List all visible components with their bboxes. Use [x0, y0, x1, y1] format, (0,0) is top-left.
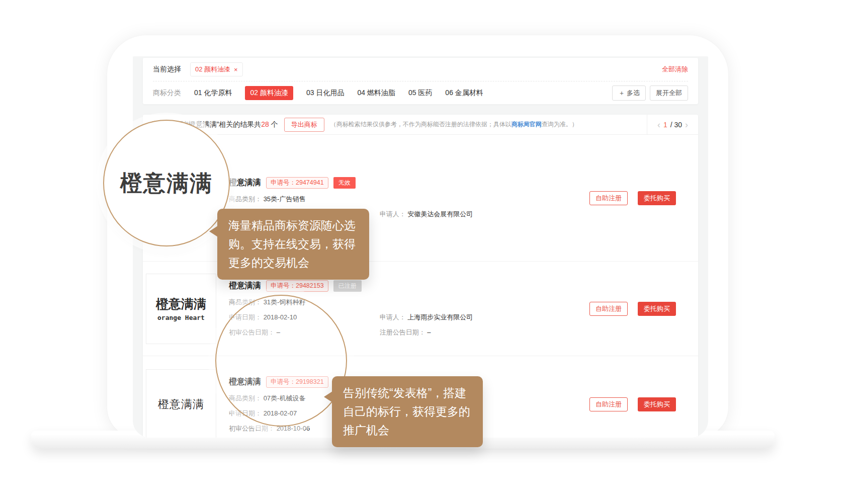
category-row: 商标分类 01 化学原料 02 颜料油漆 03 日化用品 04 燃料油脂 05 … — [143, 81, 698, 104]
clear-all-link[interactable]: 全部清除 — [662, 65, 688, 74]
results-header-left: 为您检索到“橙意满满”相关的结果共28 个 导出商标 （商标检索结果仅供参考，不… — [143, 115, 647, 134]
next-page-icon[interactable]: › — [685, 120, 688, 129]
disclaimer-pre: （商标检索结果仅供参考，不作为商标能否注册的法律依据；具体以 — [330, 121, 511, 128]
category-value: 35类-广告销售 — [264, 195, 306, 203]
self-register-button[interactable]: 自助注册 — [589, 191, 628, 205]
total-pages: / 30 — [670, 121, 682, 129]
selected-filter-tag[interactable]: 02 颜料油漆 × — [190, 62, 243, 76]
category-tools: ＋ 多选 展开全部 — [612, 86, 688, 101]
row-actions-3: 自助注册 委托购买 — [589, 397, 676, 411]
trademark-name[interactable]: 橙意满满 — [229, 178, 261, 188]
magnified-trademark-text: 橙意满满 — [120, 169, 213, 198]
category-03[interactable]: 03 日化用品 — [306, 89, 344, 98]
applicant-value: 安徽美达会展有限公司 — [407, 210, 473, 218]
row-actions-1: 自助注册 委托购买 — [589, 191, 676, 205]
trademark-image-3[interactable]: 橙意满满 — [146, 369, 216, 438]
trademark-image-2[interactable]: 橙意满满 orange Heart — [146, 274, 216, 344]
self-register-button[interactable]: 自助注册 — [589, 302, 628, 316]
category-06[interactable]: 06 金属材料 — [445, 89, 483, 98]
category-02-selected[interactable]: 02 颜料油漆 — [245, 86, 293, 100]
category-row-label: 商标分类 — [153, 89, 181, 98]
pagination: ‹ 1 / 30 › — [647, 115, 698, 134]
application-number-tag: 申请号：29482153 — [266, 280, 328, 292]
entrust-buy-button[interactable]: 委托购买 — [638, 302, 676, 316]
trademark-image-text: 橙意满满 — [156, 296, 206, 312]
callout-bubble-promotion: 告别传统“发表格”，搭建 自己的标行，获得更多的 推广机会 — [332, 376, 483, 447]
magnifier-circle-2 — [215, 295, 347, 427]
category-01[interactable]: 01 化学原料 — [194, 89, 232, 98]
category-04[interactable]: 04 燃料油脂 — [357, 89, 395, 98]
application-number-tag: 申请号：29474941 — [266, 177, 328, 189]
current-selection-row: 当前选择 02 颜料油漆 × 全部清除 — [143, 58, 698, 81]
trademark-image-subtext: orange Heart — [157, 314, 205, 321]
export-trademarks-button[interactable]: 导出商标 — [284, 118, 324, 132]
row-actions-2: 自助注册 委托购买 — [589, 302, 676, 316]
status-badge-invalid: 无效 — [333, 177, 356, 189]
category-label: 商品类别： — [229, 195, 262, 203]
expand-all-button[interactable]: 展开全部 — [650, 86, 688, 101]
callout-bubble-marketplace: 海量精品商标资源随心选 购。支持在线交易，获得 更多的交易机会 — [217, 209, 369, 280]
multi-select-button[interactable]: ＋ 多选 — [612, 86, 646, 101]
disclaimer-post: 查询为准。） — [542, 121, 578, 128]
results-count-suffix: 个 — [269, 120, 278, 128]
results-header: 为您检索到“橙意满满”相关的结果共28 个 导出商标 （商标检索结果仅供参考，不… — [143, 115, 698, 135]
registration-publication-value: – — [427, 328, 431, 336]
trademark-image-text: 橙意满满 — [158, 397, 204, 412]
trademark-office-link[interactable]: 商标局官网 — [511, 121, 542, 128]
entrust-buy-button[interactable]: 委托购买 — [638, 397, 676, 411]
entrust-buy-button[interactable]: 委托购买 — [638, 191, 676, 205]
results-disclaimer: （商标检索结果仅供参考，不作为商标能否注册的法律依据；具体以商标局官网查询为准。… — [330, 120, 578, 129]
prev-page-icon[interactable]: ‹ — [657, 120, 660, 129]
applicant-label: 申请人： — [380, 210, 406, 218]
remove-filter-icon[interactable]: × — [234, 66, 238, 73]
current-page: 1 — [663, 121, 667, 129]
current-selection-label: 当前选择 — [153, 65, 181, 74]
selected-filter-tag-label: 02 颜料油漆 — [195, 65, 230, 74]
trademark-name[interactable]: 橙意满满 — [229, 281, 261, 291]
self-register-button[interactable]: 自助注册 — [589, 397, 628, 411]
status-badge-registered: 已注册 — [333, 280, 362, 292]
applicant-value: 上海雨步实业有限公司 — [407, 313, 473, 321]
applicant-label: 申请人： — [380, 313, 406, 321]
filter-panel: 当前选择 02 颜料油漆 × 全部清除 商标分类 01 化学原料 02 颜料油漆… — [143, 58, 698, 104]
registration-publication-label: 注册公告日期： — [380, 328, 425, 336]
results-count-number: 28 — [261, 120, 269, 128]
category-05[interactable]: 05 医药 — [408, 89, 432, 98]
first-publication-label: 初审公告日期： — [229, 425, 275, 432]
